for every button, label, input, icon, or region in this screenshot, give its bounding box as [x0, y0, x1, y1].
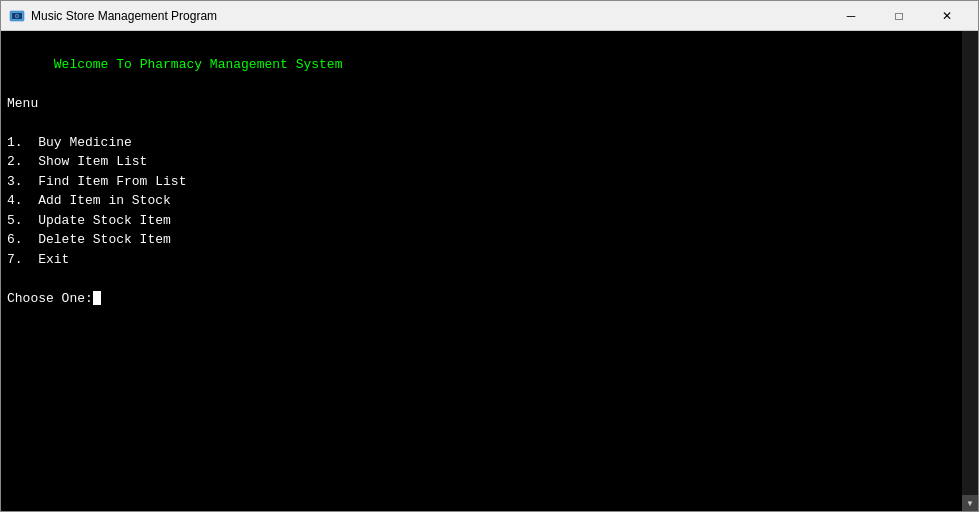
app-window: Music Store Management Program ─ □ ✕ Wel…: [0, 0, 979, 512]
svg-point-3: [16, 15, 18, 17]
close-button[interactable]: ✕: [924, 3, 970, 29]
prompt-text: Choose One:: [7, 291, 93, 306]
minimize-button[interactable]: ─: [828, 3, 874, 29]
blank-line: [7, 76, 15, 91]
scrollbar-down-arrow[interactable]: ▼: [962, 495, 978, 511]
menu-item-4: 4. Add Item in Stock: [7, 193, 171, 208]
menu-item-7: 7. Exit: [7, 252, 69, 267]
menu-item-3: 3. Find Item From List: [7, 174, 186, 189]
scrollbar[interactable]: ▼: [962, 31, 978, 511]
menu-item-5: 5. Update Stock Item: [7, 213, 171, 228]
menu-label: Menu: [7, 96, 38, 111]
window-title: Music Store Management Program: [31, 9, 217, 23]
title-bar: Music Store Management Program ─ □ ✕: [1, 1, 978, 31]
title-bar-left: Music Store Management Program: [9, 8, 217, 24]
cursor: [93, 291, 101, 305]
menu-item-2: 2. Show Item List: [7, 154, 147, 169]
console-area[interactable]: Welcome To Pharmacy Management System Me…: [1, 31, 978, 511]
console-output: Welcome To Pharmacy Management System Me…: [7, 35, 972, 328]
window-controls: ─ □ ✕: [828, 3, 970, 29]
welcome-text: Welcome To Pharmacy Management System: [54, 57, 343, 72]
maximize-button[interactable]: □: [876, 3, 922, 29]
app-icon: [9, 8, 25, 24]
menu-item-6: 6. Delete Stock Item: [7, 232, 171, 247]
menu-item-1: 1. Buy Medicine: [7, 135, 132, 150]
